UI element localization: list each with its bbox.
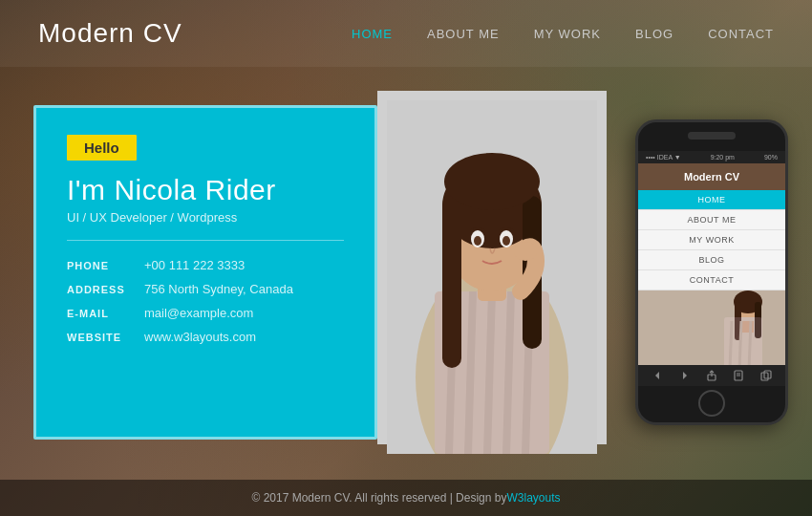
browser-forward-icon[interactable]: [679, 370, 691, 381]
phone-nav-contact[interactable]: CONTACT: [638, 270, 785, 290]
photo-area: [368, 100, 616, 444]
phone-mockup: •••• IDEA ▼ 9:20 pm 90% Modern CV HOME A…: [635, 119, 788, 425]
contact-row-website: WEBSITE www.w3layouts.com: [67, 330, 344, 344]
svg-marker-32: [683, 372, 687, 379]
nav-work[interactable]: MY WORK: [534, 27, 601, 41]
footer-link[interactable]: W3layouts: [506, 491, 560, 505]
browser-bookmark-icon[interactable]: [733, 370, 744, 381]
svg-point-18: [502, 236, 510, 246]
contact-info: PHONE +00 111 222 3333 ADDRESS 756 North…: [67, 258, 344, 344]
phone-app-title: Modern CV: [638, 171, 785, 183]
phone-status-bar: •••• IDEA ▼ 9:20 pm 90%: [638, 151, 785, 163]
person-name: I'm Nicola Rider: [67, 174, 344, 206]
label-website: WEBSITE: [67, 332, 129, 343]
phone-nav-home[interactable]: HOME: [638, 190, 785, 210]
svg-point-17: [474, 236, 481, 246]
phone-nav: HOME ABOUT ME MY WORK BLOG CONTACT: [638, 190, 785, 290]
nav-blog[interactable]: BLOG: [635, 27, 673, 41]
svg-point-14: [444, 153, 540, 210]
phone-home-button[interactable]: [698, 390, 725, 417]
value-phone: +00 111 222 3333: [144, 258, 245, 272]
browser-back-icon[interactable]: [652, 370, 663, 381]
browser-share-icon[interactable]: [706, 370, 717, 381]
svg-point-19: [514, 242, 537, 261]
phone-browser-bar: [638, 365, 785, 386]
contact-row-phone: PHONE +00 111 222 3333: [67, 258, 344, 272]
contact-row-address: ADDRESS 756 North Sydney, Canada: [67, 282, 344, 296]
label-email: E-MAIL: [67, 308, 129, 319]
svg-marker-31: [655, 372, 659, 379]
phone-battery: 90%: [764, 154, 778, 161]
value-address: 756 North Sydney, Canada: [144, 282, 293, 296]
phone-photo-area: [638, 290, 785, 367]
contact-row-email: E-MAIL mail@example.com: [67, 306, 344, 320]
phone-time: 9:20 pm: [711, 154, 735, 161]
nav-home[interactable]: HOME: [352, 27, 393, 41]
value-website: www.w3layouts.com: [144, 330, 256, 344]
svg-rect-30: [724, 317, 762, 367]
site-logo: Modern CV: [38, 18, 182, 49]
svg-rect-12: [442, 196, 461, 368]
nav-about[interactable]: ABOUT ME: [427, 27, 500, 41]
label-phone: PHONE: [67, 260, 129, 271]
person-figure: [387, 100, 597, 454]
phone-nav-blog[interactable]: BLOG: [638, 250, 785, 270]
phone-screen: •••• IDEA ▼ 9:20 pm 90% Modern CV HOME A…: [638, 151, 785, 384]
phone-app-header: Modern CV: [638, 163, 785, 190]
person-subtitle: UI / UX Developer / Wordpress: [67, 210, 344, 225]
phone-notch: [688, 132, 736, 140]
phone-nav-work[interactable]: MY WORK: [638, 230, 785, 250]
browser-tabs-icon[interactable]: [760, 370, 772, 381]
card-section: Hello I'm Nicola Rider UI / UX Developer…: [33, 91, 779, 454]
phone-nav-about[interactable]: ABOUT ME: [638, 210, 785, 230]
svg-rect-20: [638, 290, 785, 367]
label-address: ADDRESS: [67, 284, 129, 295]
info-card: Hello I'm Nicola Rider UI / UX Developer…: [33, 105, 377, 440]
footer: © 2017 Modern CV. All rights reserved | …: [0, 480, 812, 516]
main-nav: HOME ABOUT ME MY WORK BLOG CONTACT: [352, 27, 774, 41]
hello-badge: Hello: [67, 135, 137, 161]
footer-text: © 2017 Modern CV. All rights reserved | …: [251, 491, 506, 505]
card-divider: [67, 240, 344, 241]
value-email: mail@example.com: [144, 306, 253, 320]
phone-carrier: •••• IDEA ▼: [646, 154, 681, 161]
nav-contact[interactable]: CONTACT: [708, 27, 774, 41]
header: Modern CV HOME ABOUT ME MY WORK BLOG CON…: [0, 0, 812, 67]
main-content: Hello I'm Nicola Rider UI / UX Developer…: [0, 67, 812, 478]
